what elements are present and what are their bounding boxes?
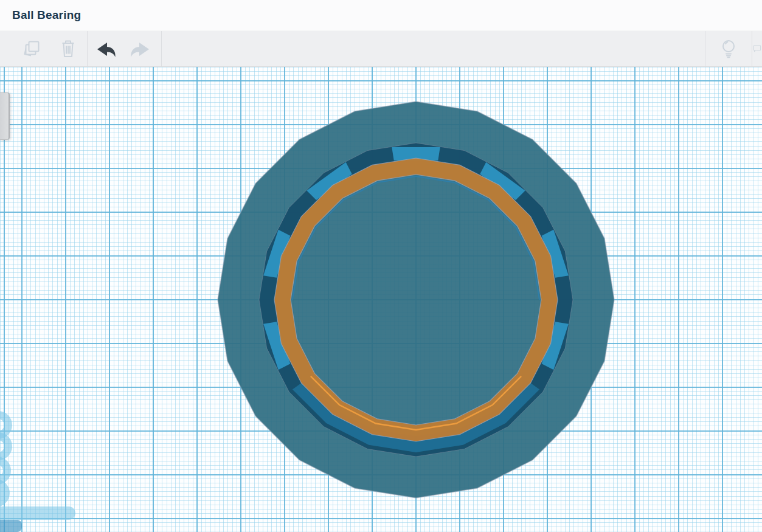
undo-button[interactable] (92, 31, 119, 66)
design-title: Ball Bearing (12, 9, 81, 22)
trash-icon (59, 39, 77, 58)
ball-bearing-model[interactable] (0, 67, 762, 532)
redo-icon (130, 40, 151, 58)
toolbar-separator (87, 31, 88, 66)
cad-app-window: Ball Bearing (0, 0, 762, 532)
toolbar-separator (161, 31, 162, 66)
toolbar-right-group (705, 31, 762, 66)
tips-button[interactable] (705, 31, 752, 66)
design-canvas[interactable] (0, 67, 762, 532)
notes-button[interactable] (752, 31, 762, 66)
comment-icon (752, 39, 762, 58)
view-cube-partial[interactable] (0, 92, 10, 140)
lightbulb-icon (719, 38, 738, 59)
delete-button[interactable] (55, 31, 81, 66)
toolbar-left-group (0, 31, 162, 66)
duplicate-icon (22, 39, 41, 58)
undo-icon (95, 40, 117, 58)
duplicate-button[interactable] (18, 31, 45, 66)
toolbar (0, 31, 762, 67)
redo-button[interactable] (127, 31, 154, 66)
title-bar: Ball Bearing (0, 0, 762, 30)
